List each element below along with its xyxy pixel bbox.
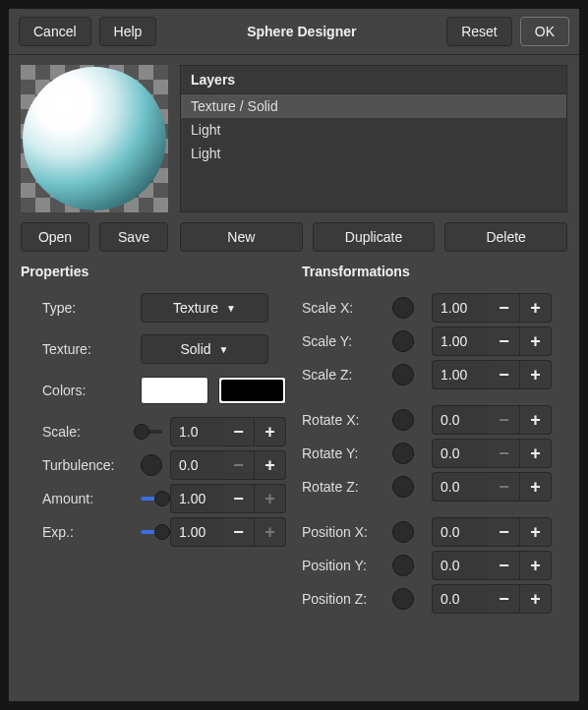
duplicate-button[interactable]: Duplicate [313,222,436,252]
texture-combo[interactable]: Solid ▼ [141,334,268,364]
transform-value[interactable]: 1.00 [432,293,489,323]
plus-icon[interactable]: + [520,584,552,614]
exp-slider[interactable] [141,530,162,534]
help-button[interactable]: Help [99,17,157,46]
transform-value[interactable]: 0.0 [432,584,489,614]
dial-knob[interactable] [392,521,414,543]
transform-row: Rotate Z:0.0−+ [302,470,567,503]
dial-knob[interactable] [392,330,414,352]
type-label: Type: [42,300,133,316]
transform-row: Scale Y:1.00−+ [302,325,567,358]
layer-item[interactable]: Light [181,142,566,165]
layer-item[interactable]: Texture / Solid [181,94,566,118]
minus-icon[interactable]: − [489,551,520,580]
plus-icon[interactable]: + [255,517,286,547]
chevron-down-icon: ▼ [219,344,229,355]
plus-icon[interactable]: + [255,450,286,480]
titlebar: Cancel Help Sphere Designer Reset OK [9,9,579,55]
transform-value[interactable]: 0.0 [432,405,489,435]
scale-slider[interactable] [141,430,162,434]
amount-value[interactable]: 1.00 [170,484,223,513]
dial-knob[interactable] [392,588,414,610]
delete-button[interactable]: Delete [444,222,567,252]
minus-icon[interactable]: − [489,439,520,468]
minus-icon[interactable]: − [489,517,520,547]
open-button[interactable]: Open [21,222,89,252]
transform-value[interactable]: 0.0 [432,517,489,547]
transform-row: Rotate Y:0.0−+ [302,437,567,470]
plus-icon[interactable]: + [520,405,552,435]
minus-icon[interactable]: − [223,484,255,513]
new-button[interactable]: New [180,222,303,252]
layers-label: Layers [181,66,566,94]
minus-icon[interactable]: − [489,584,520,614]
transform-label: Scale Z: [302,367,382,383]
reset-button[interactable]: Reset [446,17,512,46]
minus-icon[interactable]: − [223,417,255,446]
transform-value[interactable]: 1.00 [432,326,489,356]
plus-icon[interactable]: + [255,484,286,513]
layer-item[interactable]: Light [181,118,566,142]
content-area: Layers Texture / SolidLightLight Open Sa… [9,55,579,701]
transform-row: Position Z:0.0−+ [302,582,567,616]
dialog-window: Cancel Help Sphere Designer Reset OK Lay… [8,8,580,702]
minus-icon[interactable]: − [223,450,255,480]
plus-icon[interactable]: + [520,517,552,547]
scale-row: Scale:1.0−+ [21,415,286,448]
transform-label: Scale Y: [302,333,382,349]
amount-slider[interactable] [141,497,162,501]
dialog-title: Sphere Designer [164,24,439,39]
plus-icon[interactable]: + [520,472,552,502]
transform-value[interactable]: 0.0 [432,439,489,468]
minus-icon[interactable]: − [489,360,520,389]
scale-value[interactable]: 1.0 [170,417,223,446]
turbulence-value[interactable]: 0.0 [170,450,223,480]
ok-button[interactable]: OK [520,17,569,46]
minus-icon[interactable]: − [489,293,520,323]
transform-value[interactable]: 0.0 [432,472,489,502]
plus-icon[interactable]: + [520,293,552,323]
color1-swatch[interactable] [141,377,208,404]
type-value: Texture [173,300,218,316]
colors-label: Colors: [42,383,133,398]
exp-label: Exp.: [42,524,133,540]
type-combo[interactable]: Texture ▼ [141,293,268,323]
color2-swatch[interactable] [218,377,286,404]
plus-icon[interactable]: + [255,417,286,446]
turbulence-slider[interactable] [141,454,162,476]
top-row: Layers Texture / SolidLightLight [21,65,567,212]
minus-icon[interactable]: − [489,472,520,502]
dial-knob[interactable] [392,443,414,464]
transform-label: Scale X: [302,300,382,316]
transform-row: Rotate X:0.0−+ [302,403,567,437]
minus-icon[interactable]: − [489,326,520,356]
plus-icon[interactable]: + [520,551,552,580]
exp-value[interactable]: 1.00 [170,517,223,547]
dial-knob[interactable] [392,409,414,431]
texture-label: Texture: [42,341,133,357]
transform-value[interactable]: 1.00 [432,360,489,389]
plus-icon[interactable]: + [520,326,552,356]
dial-knob[interactable] [392,476,414,498]
exp-row: Exp.:1.00−+ [21,515,286,549]
dial-knob[interactable] [392,555,414,576]
dial-knob[interactable] [392,297,414,319]
plus-icon[interactable]: + [520,360,552,389]
properties-title: Properties [21,262,286,283]
transform-row: Position Y:0.0−+ [302,549,567,582]
transform-row: Position X:0.0−+ [302,515,567,549]
amount-label: Amount: [42,491,133,506]
slider-knob[interactable] [141,454,162,476]
transform-row: Scale Z:1.00−+ [302,358,567,391]
layers-panel: Layers Texture / SolidLightLight [180,65,567,212]
dial-knob[interactable] [392,364,414,385]
minus-icon[interactable]: − [489,405,520,435]
cancel-button[interactable]: Cancel [19,17,91,46]
minus-icon[interactable]: − [223,517,255,547]
save-button[interactable]: Save [99,222,168,252]
plus-icon[interactable]: + [520,439,552,468]
layers-list[interactable]: Texture / SolidLightLight [181,94,566,165]
sphere-preview [21,65,168,212]
chevron-down-icon: ▼ [226,303,236,314]
transform-value[interactable]: 0.0 [432,551,489,580]
